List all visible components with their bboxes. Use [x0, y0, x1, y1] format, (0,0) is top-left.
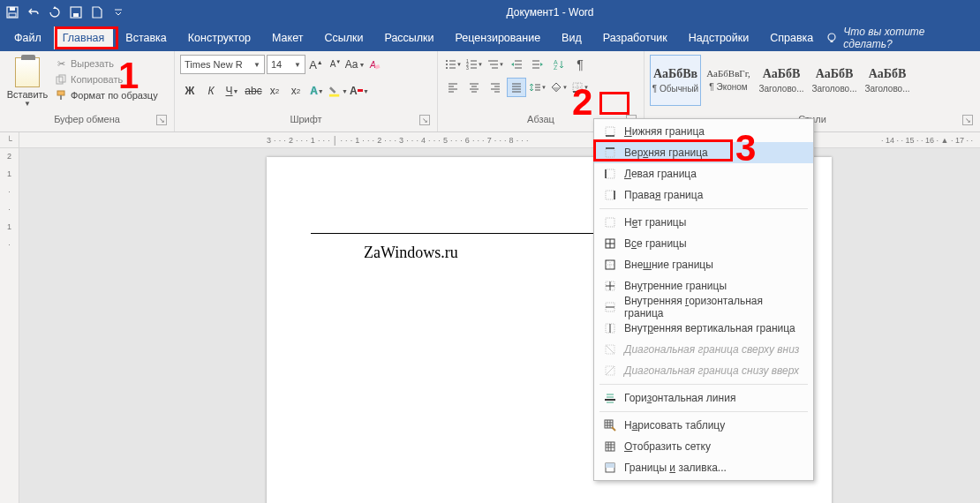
- cut-button[interactable]: ✂ Вырезать: [55, 57, 158, 70]
- chevron-down-icon: ▼: [253, 61, 260, 69]
- copy-button[interactable]: Копировать: [55, 73, 158, 86]
- menu-item-inner-h-border[interactable]: Внутренняя горизонтальная граница: [594, 297, 813, 318]
- align-right-button[interactable]: [486, 78, 505, 97]
- qat-customize-icon[interactable]: [111, 5, 125, 19]
- show-marks-button[interactable]: ¶: [570, 55, 590, 74]
- numbered-list-button[interactable]: 123▼: [464, 55, 484, 74]
- underline-button[interactable]: Ч▼: [222, 81, 242, 101]
- font-name-combo[interactable]: Times New R▼: [180, 55, 265, 74]
- shrink-font-button[interactable]: A▼: [327, 55, 344, 74]
- menu-item-no-border[interactable]: Нет границы: [594, 212, 813, 233]
- superscript-button[interactable]: x2: [286, 81, 305, 101]
- horizontal-ruler[interactable]: └ 3 · · · 2 · · · 1 · · · │ · · · 1 · · …: [0, 132, 980, 148]
- tab-home[interactable]: Главная: [54, 26, 114, 49]
- menu-item-horizontal-line[interactable]: Горизонтальная линия: [594, 387, 813, 409]
- tell-me[interactable]: Что вы хотите сделать?: [825, 26, 975, 50]
- chevron-down-icon: ▼: [541, 85, 547, 90]
- menu-item-bottom-border[interactable]: Нижняя граница: [594, 121, 813, 142]
- menu-separator: [599, 208, 808, 209]
- svg-rect-103: [606, 463, 614, 468]
- menu-item-outer-borders[interactable]: Внешние границы: [594, 254, 813, 275]
- clear-formatting-button[interactable]: A: [366, 55, 383, 74]
- paste-label: Вставить: [7, 89, 49, 100]
- style-item-heading2[interactable]: АаБбВ Заголово...: [809, 55, 860, 106]
- change-case-button[interactable]: Aa▼: [346, 55, 364, 74]
- tab-view[interactable]: Вид: [553, 26, 591, 49]
- borders-button[interactable]: ▼: [570, 78, 590, 97]
- tab-layout[interactable]: Макет: [263, 26, 312, 49]
- undo-icon[interactable]: [26, 5, 41, 19]
- menu-item-show-grid[interactable]: Отобразить сетку: [594, 436, 813, 457]
- tab-insert[interactable]: Вставка: [117, 26, 175, 49]
- tab-file[interactable]: Файл: [5, 26, 50, 49]
- decrease-indent-button[interactable]: [507, 55, 526, 74]
- svg-rect-14: [329, 94, 339, 97]
- bold-button[interactable]: Ж: [180, 81, 200, 101]
- quick-print-icon[interactable]: [69, 5, 83, 19]
- svg-line-87: [606, 366, 614, 375]
- border-top-icon: [603, 146, 617, 160]
- chevron-down-icon[interactable]: ▼: [24, 100, 31, 108]
- dialog-launcher-icon[interactable]: ↘: [419, 115, 430, 125]
- dialog-launcher-icon[interactable]: ↘: [156, 115, 167, 125]
- menu-item-draw-table[interactable]: Нарисовать таблицу: [594, 415, 813, 436]
- menu-item-left-border[interactable]: Левая граница: [594, 163, 813, 184]
- save-icon[interactable]: [5, 5, 19, 19]
- dialog-launcher-icon[interactable]: ↘: [962, 115, 973, 125]
- shading-button[interactable]: ▼: [549, 78, 569, 97]
- svg-rect-2: [9, 13, 16, 17]
- menu-item-diag-down: Диагональная граница сверху вниз: [594, 339, 813, 360]
- bullet-list-button[interactable]: ▼: [443, 55, 463, 74]
- highlight-button[interactable]: ▼: [328, 81, 348, 101]
- menu-item-right-border[interactable]: Правая граница: [594, 184, 813, 206]
- svg-rect-68: [606, 191, 614, 199]
- ribbon-tabs: Файл Главная Вставка Конструктор Макет С…: [0, 25, 980, 51]
- align-center-button[interactable]: [464, 78, 484, 97]
- align-justify-button[interactable]: [507, 78, 526, 97]
- menu-item-inner-borders[interactable]: Внутренние границы: [594, 275, 813, 297]
- text-effects-button[interactable]: A▼: [307, 81, 327, 101]
- tab-developer[interactable]: Разработчик: [594, 26, 676, 49]
- increase-indent-button[interactable]: [528, 55, 547, 74]
- new-file-icon[interactable]: [90, 5, 104, 19]
- align-left-button[interactable]: [443, 78, 463, 97]
- style-item-normal[interactable]: АаБбВв ¶ Обычный: [650, 55, 701, 106]
- vertical-ruler[interactable]: 2 1 · · 1 ·: [0, 148, 19, 503]
- style-item-heading1[interactable]: АаБбВ Заголово...: [756, 55, 807, 106]
- subscript-button[interactable]: x2: [265, 81, 284, 101]
- menu-item-all-borders[interactable]: Все границы: [594, 233, 813, 254]
- tab-addins[interactable]: Надстройки: [680, 26, 758, 49]
- border-inner-v-icon: [603, 321, 617, 335]
- svg-text:3: 3: [466, 65, 469, 71]
- sort-button[interactable]: AZ: [549, 55, 569, 74]
- menu-item-borders-dialog[interactable]: Границы и заливка...: [594, 457, 813, 478]
- style-item-heading3[interactable]: АаБбВ Заголово...: [862, 55, 913, 106]
- line-spacing-button[interactable]: ▼: [528, 78, 547, 97]
- svg-rect-4: [73, 13, 79, 17]
- quick-access-toolbar: [5, 5, 125, 19]
- tab-mailings[interactable]: Рассылки: [375, 26, 442, 49]
- chevron-down-icon: ▼: [456, 62, 462, 67]
- font-size-combo[interactable]: 14▼: [267, 55, 305, 74]
- italic-button[interactable]: К: [201, 81, 221, 101]
- tab-review[interactable]: Рецензирование: [447, 26, 550, 49]
- chevron-down-icon: ▼: [499, 62, 504, 67]
- format-painter-button[interactable]: Формат по образцу: [55, 89, 158, 101]
- svg-point-16: [446, 60, 448, 62]
- grow-font-button[interactable]: A▲: [307, 55, 325, 74]
- font-color-button[interactable]: A▼: [350, 81, 369, 101]
- tab-references[interactable]: Ссылки: [315, 26, 372, 49]
- document-text[interactable]: ZaWindows.ru: [364, 244, 458, 262]
- menu-item-top-border[interactable]: Верхняя граница: [594, 142, 813, 163]
- strikethrough-button[interactable]: abc: [244, 81, 263, 101]
- style-item-econom[interactable]: АаБбВвГг, ¶ Эконом: [703, 55, 754, 106]
- menu-item-inner-v-border[interactable]: Внутренняя вертикальная граница: [594, 318, 813, 339]
- svg-rect-11: [60, 95, 62, 100]
- redo-icon[interactable]: [48, 5, 62, 19]
- svg-text:Z: Z: [554, 64, 558, 71]
- tab-design[interactable]: Конструктор: [179, 26, 260, 49]
- svg-rect-70: [606, 218, 614, 227]
- tab-help[interactable]: Справка: [761, 26, 822, 49]
- multilevel-list-button[interactable]: ▼: [486, 55, 505, 74]
- paste-button[interactable]: Вставить ▼: [5, 55, 49, 108]
